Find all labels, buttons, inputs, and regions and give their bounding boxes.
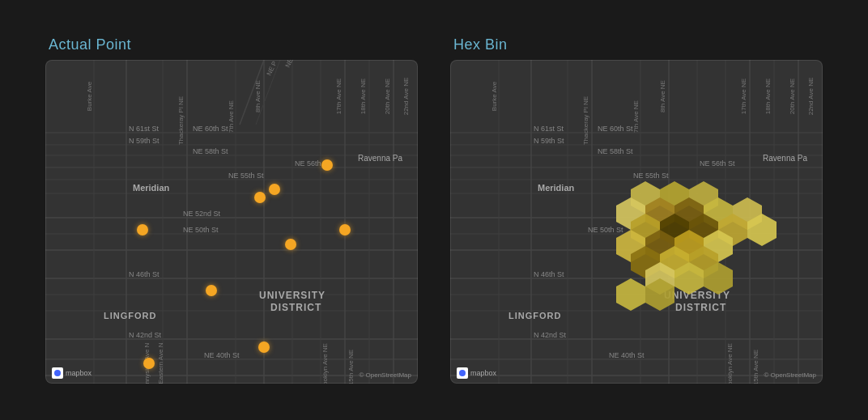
point-dot-3 [254, 192, 266, 203]
svg-text:N 42nd St: N 42nd St [129, 331, 162, 339]
hex-bin-section: Hex Bin [450, 36, 823, 384]
hex-osm-attribution: © OpenStreetMap [764, 371, 816, 379]
actual-point-title: Actual Point [45, 36, 418, 53]
hex-mapbox-logo-inner [459, 370, 466, 376]
svg-text:NE 50th St: NE 50th St [588, 226, 623, 234]
svg-text:NE 40th St: NE 40th St [204, 351, 240, 359]
svg-text:NE 56th St: NE 56th St [700, 159, 735, 168]
svg-text:NE 55th St: NE 55th St [228, 172, 264, 180]
point-dot-8 [258, 342, 270, 353]
point-dot-6 [285, 239, 296, 250]
main-container: Actual Point [21, 20, 847, 400]
point-dot-4 [339, 224, 351, 235]
svg-text:NE 58th St: NE 58th St [193, 147, 228, 155]
svg-text:17th Ave NE: 17th Ave NE [740, 78, 747, 114]
svg-text:17th Ave NE: 17th Ave NE [335, 78, 343, 114]
hex-bin-map: N 61st St NE 60th St N 59th St NE 58th S… [450, 60, 823, 384]
svg-text:NE 40th St: NE 40th St [609, 351, 645, 359]
svg-text:22nd Ave NE: 22nd Ave NE [807, 78, 815, 116]
map-roads-svg: N 61st St NE 60th St N 59th St NE 58th S… [45, 60, 418, 384]
svg-text:NE 52nd St: NE 52nd St [183, 210, 221, 218]
svg-text:N 59th St: N 59th St [129, 137, 160, 145]
svg-text:20th Ave NE: 20th Ave NE [789, 78, 796, 114]
svg-text:NE P: NE P [266, 60, 279, 77]
actual-point-map: N 61st St NE 60th St N 59th St NE 58th S… [45, 60, 418, 384]
svg-text:Meridian: Meridian [538, 183, 575, 193]
svg-text:Eastern Ave N: Eastern Ave N [157, 342, 164, 384]
svg-text:8th Ave NE: 8th Ave NE [659, 80, 666, 112]
svg-text:NE 60th St: NE 60th St [193, 125, 228, 133]
actual-point-section: Actual Point [45, 36, 418, 384]
svg-text:Ravenna Pa: Ravenna Pa [358, 154, 402, 163]
svg-text:Thackeray Pl NE: Thackeray Pl NE [177, 96, 185, 145]
point-dot-9 [143, 358, 155, 369]
mapbox-label: mapbox [66, 369, 91, 377]
mapbox-logo [52, 367, 63, 379]
svg-text:LINGFORD: LINGFORD [508, 311, 561, 320]
point-dot-1 [321, 159, 333, 171]
svg-text:N 61st St: N 61st St [129, 125, 160, 133]
svg-text:N 59th St: N 59th St [534, 137, 564, 145]
svg-text:Ravenna Pa: Ravenna Pa [763, 154, 807, 163]
hex-mapbox-logo [457, 367, 468, 379]
svg-text:22nd Ave NE: 22nd Ave NE [402, 78, 410, 116]
svg-text:NE 58th St: NE 58th St [598, 147, 633, 155]
svg-marker-137 [616, 278, 645, 311]
svg-text:N 46th St: N 46th St [534, 270, 564, 278]
svg-text:Thackeray Pl NE: Thackeray Pl NE [582, 96, 589, 145]
hex-mapbox-label: mapbox [470, 369, 496, 377]
mapbox-logo-inner [54, 370, 61, 376]
hex-bin-title: Hex Bin [450, 36, 823, 53]
hex-mapbox-attribution: mapbox [457, 367, 496, 379]
svg-text:7th Ave NE: 7th Ave NE [228, 100, 235, 133]
svg-text:Brooklyn Ave NE: Brooklyn Ave NE [726, 343, 734, 384]
svg-text:18th Ave NE: 18th Ave NE [360, 78, 367, 114]
svg-text:NE 50th St: NE 50th St [183, 226, 219, 234]
osm-attribution: © OpenStreetMap [359, 371, 411, 379]
svg-text:N 42nd St: N 42nd St [534, 331, 567, 339]
svg-text:Meridian: Meridian [133, 183, 170, 193]
svg-text:N 61st St: N 61st St [534, 125, 564, 133]
svg-text:UNIVERSITY: UNIVERSITY [259, 290, 326, 301]
svg-text:8th Ave NE: 8th Ave NE [254, 80, 262, 112]
hex-map-svg: N 61st St NE 60th St N 59th St NE 58th S… [450, 60, 823, 384]
svg-text:20th Ave NE: 20th Ave NE [384, 78, 391, 114]
svg-text:LINGFORD: LINGFORD [104, 311, 156, 320]
svg-text:N 46th St: N 46th St [129, 270, 160, 278]
point-dot-7 [206, 285, 217, 296]
svg-text:15th Ave NE: 15th Ave NE [347, 350, 355, 384]
svg-text:NE: NE [284, 60, 295, 69]
svg-text:NE 60th St: NE 60th St [598, 125, 633, 133]
svg-text:18th Ave NE: 18th Ave NE [764, 78, 772, 114]
mapbox-attribution: mapbox [52, 367, 91, 379]
svg-text:Burke Ave: Burke Ave [491, 81, 498, 111]
point-dot-5 [137, 224, 148, 235]
svg-text:15th Ave NE: 15th Ave NE [752, 350, 760, 384]
point-dot-2 [269, 184, 280, 195]
svg-text:DISTRICT: DISTRICT [270, 302, 321, 313]
svg-text:Burke Ave: Burke Ave [86, 81, 93, 111]
svg-text:DISTRICT: DISTRICT [675, 302, 726, 313]
svg-text:7th Ave NE: 7th Ave NE [632, 100, 640, 133]
svg-text:Brooklyn Ave NE: Brooklyn Ave NE [321, 343, 329, 384]
svg-text:NE 55th St: NE 55th St [633, 172, 669, 180]
